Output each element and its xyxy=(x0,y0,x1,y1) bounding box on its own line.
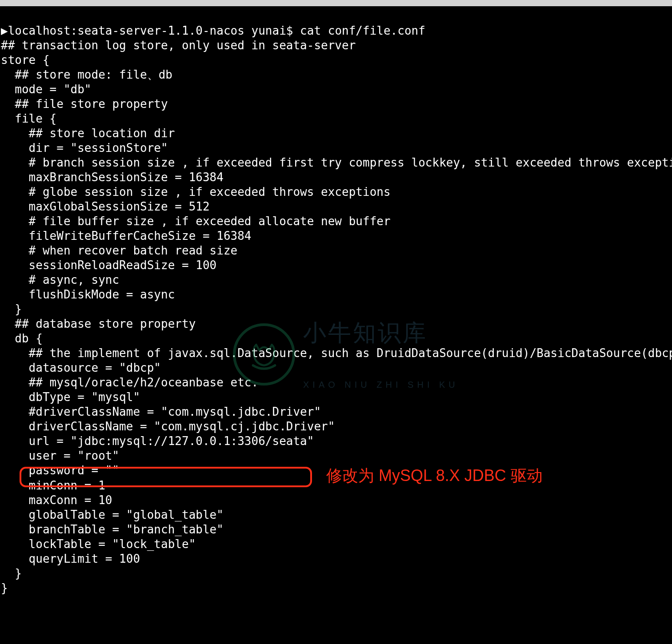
config-line: ## store mode: file、db xyxy=(1,68,671,82)
annotation-text: 修改为 MySQL 8.X JDBC 驱动 xyxy=(326,465,543,486)
config-line: # branch session size , if exceeded firs… xyxy=(1,155,671,170)
config-line: globalTable = "global_table" xyxy=(1,508,671,522)
config-line: ## mysql/oracle/h2/oceanbase etc. xyxy=(1,375,671,390)
config-line: datasource = "dbcp" xyxy=(1,361,671,375)
prompt-command: cat conf/file.conf xyxy=(300,24,425,37)
config-line: driverClassName = "com.mysql.cj.jdbc.Dri… xyxy=(1,419,671,434)
config-line: ## store location dir xyxy=(1,126,671,141)
config-line: dbType = "mysql" xyxy=(1,390,671,405)
config-line: lockTable = "lock_table" xyxy=(1,537,671,552)
config-line: } xyxy=(1,566,671,581)
config-line: # when recover batch read size xyxy=(1,243,671,258)
config-line: dir = "sessionStore" xyxy=(1,141,671,155)
config-line: ## the implement of javax.sql.DataSource… xyxy=(1,346,671,361)
config-line: maxGlobalSessionSize = 512 xyxy=(1,199,671,214)
config-line: ## file store property xyxy=(1,97,671,111)
config-line: } xyxy=(1,302,671,317)
prompt-host: localhost:seata-server-1.1.0-nacos yunai… xyxy=(8,24,293,37)
config-line: flushDiskMode = async xyxy=(1,287,671,302)
config-line: fileWriteBufferCacheSize = 16384 xyxy=(1,229,671,243)
config-line: user = "root" xyxy=(1,449,671,463)
window-titlebar xyxy=(0,0,672,6)
config-line: url = "jdbc:mysql://127.0.0.1:3306/seata… xyxy=(1,434,671,449)
terminal-output[interactable]: ▶localhost:seata-server-1.1.0-nacos yuna… xyxy=(0,6,672,644)
prompt-line: ▶localhost:seata-server-1.1.0-nacos yuna… xyxy=(1,24,671,38)
config-line: db { xyxy=(1,331,671,346)
config-line: ## database store property xyxy=(1,317,671,331)
config-line: sessionReloadReadSize = 100 xyxy=(1,258,671,273)
config-line: store { xyxy=(1,53,671,68)
config-line: queryLimit = 100 xyxy=(1,552,671,566)
config-line: # file buffer size , if exceeded allocat… xyxy=(1,214,671,229)
prompt-arrow-icon: ▶ xyxy=(1,24,8,37)
config-line: # globe session size , if exceeded throw… xyxy=(1,185,671,199)
config-line: maxBranchSessionSize = 16384 xyxy=(1,170,671,185)
config-line: mode = "db" xyxy=(1,82,671,97)
config-line: maxConn = 10 xyxy=(1,493,671,508)
config-line: ## transaction log store, only used in s… xyxy=(1,38,671,53)
config-line: file { xyxy=(1,111,671,126)
config-line: #driverClassName = "com.mysql.jdbc.Drive… xyxy=(1,405,671,419)
config-line: } xyxy=(1,581,671,596)
config-line: # async, sync xyxy=(1,273,671,287)
config-line: branchTable = "branch_table" xyxy=(1,522,671,537)
